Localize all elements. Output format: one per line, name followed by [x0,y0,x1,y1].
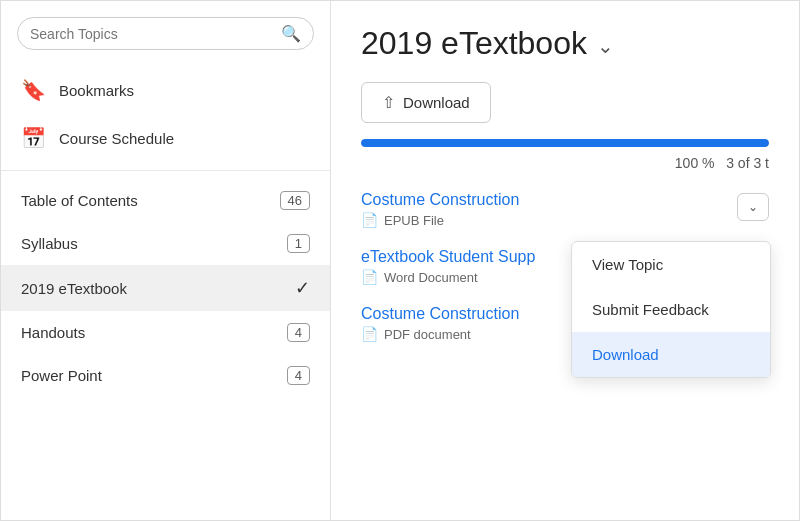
content-item-chevron-button[interactable]: ⌄ [737,193,769,221]
search-container: 🔍 [1,17,330,66]
dropdown-item-download[interactable]: Download [572,332,770,377]
content-item-left-3: Costume Construction 📄 PDF document [361,305,519,342]
doc-icon-3: 📄 [361,326,378,342]
dropdown-item-submit-feedback[interactable]: Submit Feedback [572,287,770,332]
sidebar-item-syllabus[interactable]: Syllabus 1 [1,222,330,265]
progress-count: 3 of 3 t [726,155,769,171]
page-title-row: 2019 eTextbook ⌄ [361,25,769,62]
content-item-subtitle-text: EPUB File [384,213,444,228]
syllabus-label: Syllabus [21,235,78,252]
bookmark-icon: 🔖 [21,78,45,102]
sidebar: 🔍 🔖 Bookmarks 📅 Course Schedule Table of… [1,1,331,520]
download-button-label: Download [403,94,470,111]
progress-bar [361,139,769,147]
checkmark-icon: ✓ [295,277,310,299]
download-button[interactable]: ⇧ Download [361,82,491,123]
page-title: 2019 eTextbook [361,25,587,62]
content-item-subtitle-text-2: Word Document [384,270,478,285]
etextbook-label: 2019 eTextbook [21,280,127,297]
doc-icon: 📄 [361,212,378,228]
content-item-costume-construction-epub: Costume Construction 📄 EPUB File ⌄ [361,191,769,228]
content-item-left-2: eTextbook Student Supp 📄 Word Document [361,248,535,285]
handouts-badge: 4 [287,323,310,342]
content-item-title-3[interactable]: Costume Construction [361,305,519,323]
dropdown-item-view-topic[interactable]: View Topic [572,242,770,287]
title-chevron-icon[interactable]: ⌄ [597,34,614,58]
table-of-contents-badge: 46 [280,191,310,210]
syllabus-badge: 1 [287,234,310,253]
content-item-left: Costume Construction 📄 EPUB File [361,191,519,228]
content-item-title-2[interactable]: eTextbook Student Supp [361,248,535,266]
content-item-subtitle-text-3: PDF document [384,327,471,342]
dropdown-item-download-label: Download [592,346,659,363]
dropdown-item-view-topic-label: View Topic [592,256,663,273]
dropdown-menu: View Topic Submit Feedback Download [571,241,771,378]
progress-text: 100 % 3 of 3 t [361,155,769,171]
calendar-icon: 📅 [21,126,45,150]
sidebar-item-handouts[interactable]: Handouts 4 [1,311,330,354]
sidebar-divider [1,170,330,171]
progress-percent: 100 % [675,155,715,171]
sidebar-bookmarks-label: Bookmarks [59,82,134,99]
search-icon: 🔍 [281,24,301,43]
power-point-label: Power Point [21,367,102,384]
doc-icon-2: 📄 [361,269,378,285]
table-of-contents-label: Table of Contents [21,192,138,209]
progress-bar-fill [361,139,769,147]
search-box[interactable]: 🔍 [17,17,314,50]
sidebar-item-etextbook[interactable]: 2019 eTextbook ✓ [1,265,330,311]
content-item-title[interactable]: Costume Construction [361,191,519,209]
search-input[interactable] [30,26,281,42]
content-item-subtitle-2: 📄 Word Document [361,269,535,285]
content-item-subtitle-3: 📄 PDF document [361,326,519,342]
upload-icon: ⇧ [382,93,395,112]
content-item-subtitle: 📄 EPUB File [361,212,519,228]
power-point-badge: 4 [287,366,310,385]
sidebar-item-power-point[interactable]: Power Point 4 [1,354,330,397]
handouts-label: Handouts [21,324,85,341]
dropdown-item-submit-feedback-label: Submit Feedback [592,301,709,318]
sidebar-item-table-of-contents[interactable]: Table of Contents 46 [1,179,330,222]
sidebar-course-schedule-label: Course Schedule [59,130,174,147]
sidebar-item-bookmarks[interactable]: 🔖 Bookmarks [1,66,330,114]
main-content: 2019 eTextbook ⌄ ⇧ Download 100 % 3 of 3… [331,1,799,520]
sidebar-item-course-schedule[interactable]: 📅 Course Schedule [1,114,330,162]
